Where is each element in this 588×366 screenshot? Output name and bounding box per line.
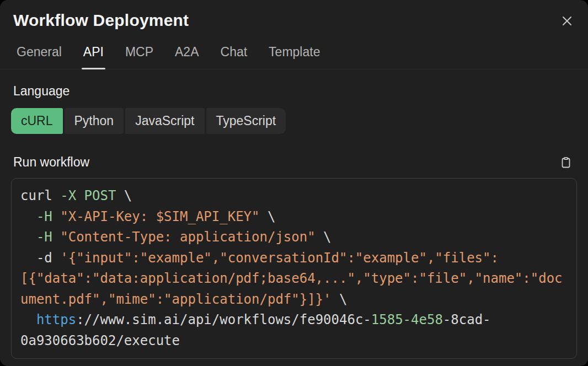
dialog-tabs: General API MCP A2A Chat Template xyxy=(0,45,588,69)
language-option-python[interactable]: Python xyxy=(65,108,124,134)
tab-api[interactable]: API xyxy=(83,45,104,69)
close-button[interactable] xyxy=(559,13,575,29)
language-option-typescript[interactable]: TypeScript xyxy=(206,108,286,134)
code-content: curl -X POST \ -H "X-API-Key: $SIM_API_K… xyxy=(20,186,568,351)
dialog-content: Language cURL Python JavaScript TypeScri… xyxy=(0,84,588,359)
dialog-header: Workflow Deployment xyxy=(0,0,588,30)
language-selector: cURL Python JavaScript TypeScript xyxy=(11,108,577,134)
copy-button[interactable] xyxy=(559,156,573,169)
curl-code-block: curl -X POST \ -H "X-API-Key: $SIM_API_K… xyxy=(11,178,577,359)
language-option-curl[interactable]: cURL xyxy=(11,108,63,134)
tab-general[interactable]: General xyxy=(17,45,62,69)
workflow-deployment-dialog: Workflow Deployment General API MCP A2A … xyxy=(0,0,588,366)
language-label: Language xyxy=(13,84,577,99)
tab-template[interactable]: Template xyxy=(269,45,320,69)
language-option-javascript[interactable]: JavaScript xyxy=(125,108,204,134)
clipboard-icon xyxy=(560,157,571,169)
dialog-title: Workflow Deployment xyxy=(13,11,189,30)
tab-a2a[interactable]: A2A xyxy=(175,45,199,69)
tab-mcp[interactable]: MCP xyxy=(125,45,153,69)
run-workflow-label: Run workflow xyxy=(13,155,89,170)
run-workflow-row: Run workflow xyxy=(11,155,577,170)
close-icon xyxy=(561,15,573,27)
tab-chat[interactable]: Chat xyxy=(221,45,248,69)
